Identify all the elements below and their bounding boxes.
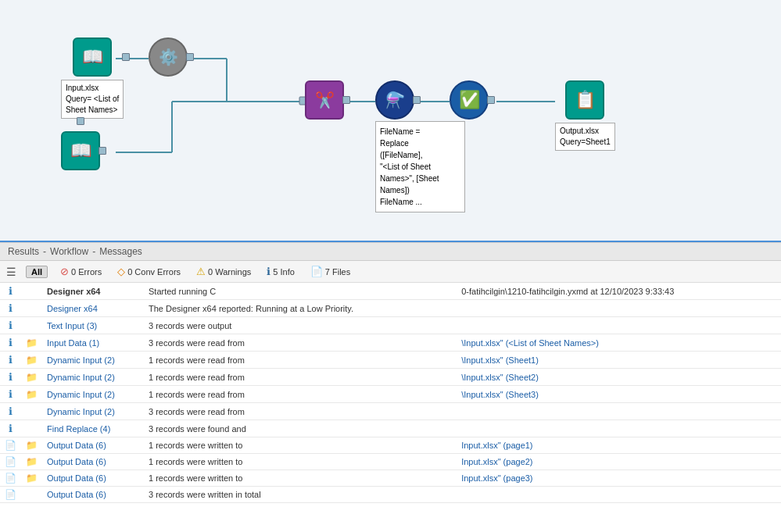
input-node-2[interactable]: 📖 — [61, 131, 100, 170]
results-toolbar: ☰ All ⊘ 0 Errors ◇ 0 Conv Errors ⚠ 0 War… — [0, 261, 781, 283]
row-message: 1 records were written to — [144, 437, 457, 454]
row-name-link[interactable]: Input Data (1) — [42, 334, 144, 352]
input-node-1[interactable]: 📖 Input.xlsxQuery= <List ofSheet Names> — [61, 37, 124, 119]
row-folder-icon — [21, 420, 42, 437]
row-folder-icon: 📁 — [21, 352, 42, 369]
row-message: 1 records were read from — [144, 386, 457, 403]
row-name-link[interactable]: Dynamic Input (2) — [42, 403, 144, 420]
input-icon-1: 📖 — [73, 37, 112, 77]
row-type-icon: ℹ — [0, 369, 21, 386]
info-filter[interactable]: ℹ 5 Info — [263, 264, 298, 279]
row-link: 0-fatihcilgin\1210-fatihcilgin.yxmd at 1… — [457, 283, 781, 300]
row-type-icon: ℹ — [0, 403, 21, 420]
table-row[interactable]: 📄Output Data (6)3 records were written i… — [0, 487, 781, 503]
flask-icon: ⚗️ — [375, 80, 414, 120]
row-link — [457, 420, 781, 437]
row-name-link[interactable]: Output Data (6) — [42, 487, 144, 503]
formula-node[interactable]: ✂️ — [305, 80, 344, 120]
row-name-link[interactable]: Output Data (6) — [42, 437, 144, 454]
row-message: 1 records were read from — [144, 352, 457, 369]
table-row[interactable]: ℹ📁Dynamic Input (2)1 records were read f… — [0, 369, 781, 386]
table-row[interactable]: ℹ📁Dynamic Input (2)1 records were read f… — [0, 352, 781, 369]
output-node[interactable]: 📋 Output.xlsxQuery=Sheet1 — [555, 80, 615, 151]
row-name-link[interactable]: Text Input (3) — [42, 317, 144, 334]
row-name-link[interactable]: Dynamic Input (2) — [42, 369, 144, 386]
row-link[interactable]: Input.xlsx" (page1) — [457, 437, 781, 454]
row-folder-icon: 📁 — [21, 470, 42, 487]
table-row[interactable]: ℹDesigner x64The Designer x64 reported: … — [0, 300, 781, 317]
doc-write-icon: 📋 — [565, 80, 604, 120]
row-name-plain[interactable]: Designer x64 — [42, 283, 144, 300]
row-name-link[interactable]: Dynamic Input (2) — [42, 386, 144, 403]
gear-icon: ⚙️ — [149, 37, 188, 77]
warning-icon: ⚠ — [196, 266, 206, 277]
row-type-icon: 📄 — [0, 437, 21, 454]
row-link[interactable]: Input.xlsx" (page2) — [457, 454, 781, 470]
row-folder-icon: 📁 — [21, 437, 42, 454]
row-type-icon: ℹ — [0, 386, 21, 403]
row-link[interactable]: \Input.xlsx" (Sheet2) — [457, 369, 781, 386]
table-row[interactable]: ℹDesigner x64Started running C0-fatihcil… — [0, 283, 781, 300]
row-link[interactable]: \Input.xlsx" (Sheet3) — [457, 386, 781, 403]
row-folder-icon — [21, 317, 42, 334]
row-message: 3 records were read from — [144, 403, 457, 420]
row-folder-icon — [21, 300, 42, 317]
row-message: 3 records were written in total — [144, 487, 457, 503]
row-folder-icon: 📁 — [21, 386, 42, 403]
table-row[interactable]: ℹ📁Input Data (1)3 records were read from… — [0, 334, 781, 352]
row-type-icon: 📄 — [0, 487, 21, 503]
info-icon: ℹ — [267, 266, 270, 277]
row-link[interactable]: Input.xlsx" (page3) — [457, 470, 781, 487]
workflow-label: Workflow — [50, 246, 88, 257]
row-message: 1 records were written to — [144, 470, 457, 487]
table-row[interactable]: ℹDynamic Input (2)3 records were read fr… — [0, 403, 781, 420]
errors-label: 0 Errors — [71, 267, 102, 277]
error-icon: ⊘ — [60, 266, 69, 277]
row-name-link[interactable]: Output Data (6) — [42, 454, 144, 470]
separator-1: - — [43, 246, 46, 257]
table-row[interactable]: ℹ📁Dynamic Input (2)1 records were read f… — [0, 386, 781, 403]
row-name-link[interactable]: Output Data (6) — [42, 470, 144, 487]
table-row[interactable]: ℹFind Replace (4)3 records were found an… — [0, 420, 781, 437]
input-icon-2: 📖 — [61, 131, 100, 170]
row-type-icon: ℹ — [0, 300, 21, 317]
conv-errors-label: 0 Conv Errors — [127, 267, 181, 277]
files-icon: 📄 — [310, 266, 323, 277]
gear-node[interactable]: ⚙️ — [149, 37, 188, 77]
files-filter[interactable]: 📄 7 Files — [307, 264, 353, 279]
table-row[interactable]: 📄📁Output Data (6)1 records were written … — [0, 437, 781, 454]
all-filter-button[interactable]: All — [26, 266, 48, 278]
row-link[interactable]: \Input.xlsx" (<List of Sheet Names>) — [457, 334, 781, 352]
row-type-icon: ℹ — [0, 420, 21, 437]
warnings-filter[interactable]: ⚠ 0 Warnings — [193, 264, 254, 279]
check-icon: ✅ — [450, 80, 489, 120]
check-node[interactable]: ✅ — [450, 80, 489, 120]
results-header: Results - Workflow - Messages — [0, 243, 781, 261]
row-name-link[interactable]: Dynamic Input (2) — [42, 352, 144, 369]
table-row[interactable]: 📄📁Output Data (6)1 records were written … — [0, 454, 781, 470]
row-name-link[interactable]: Find Replace (4) — [42, 420, 144, 437]
row-folder-icon: 📁 — [21, 454, 42, 470]
table-row[interactable]: ℹText Input (3)3 records were output — [0, 317, 781, 334]
row-link[interactable]: \Input.xlsx" (Sheet1) — [457, 352, 781, 369]
row-name-link[interactable]: Designer x64 — [42, 300, 144, 317]
messages-label: Messages — [99, 246, 142, 257]
row-folder-icon — [21, 283, 42, 300]
row-link — [457, 403, 781, 420]
row-type-icon: ℹ — [0, 317, 21, 334]
flask-node[interactable]: ⚗️ — [375, 80, 414, 120]
row-type-icon: ℹ — [0, 283, 21, 300]
row-message: 3 records were found and — [144, 420, 457, 437]
results-scroll[interactable]: ℹDesigner x64Started running C0-fatihcil… — [0, 283, 781, 513]
list-icon[interactable]: ☰ — [6, 266, 16, 278]
row-message: 1 records were written to — [144, 454, 457, 470]
conv-errors-filter[interactable]: ◇ 0 Conv Errors — [114, 264, 184, 279]
row-link — [457, 300, 781, 317]
errors-filter[interactable]: ⊘ 0 Errors — [57, 264, 105, 279]
results-panel: Results - Workflow - Messages ☰ All ⊘ 0 … — [0, 242, 781, 532]
formula-tooltip: FileName = Replace ([FileName], "<List o… — [375, 121, 465, 212]
input-label-1: Input.xlsxQuery= <List ofSheet Names> — [61, 80, 124, 119]
row-type-icon: 📄 — [0, 454, 21, 470]
separator-2: - — [92, 246, 95, 257]
table-row[interactable]: 📄📁Output Data (6)1 records were written … — [0, 470, 781, 487]
